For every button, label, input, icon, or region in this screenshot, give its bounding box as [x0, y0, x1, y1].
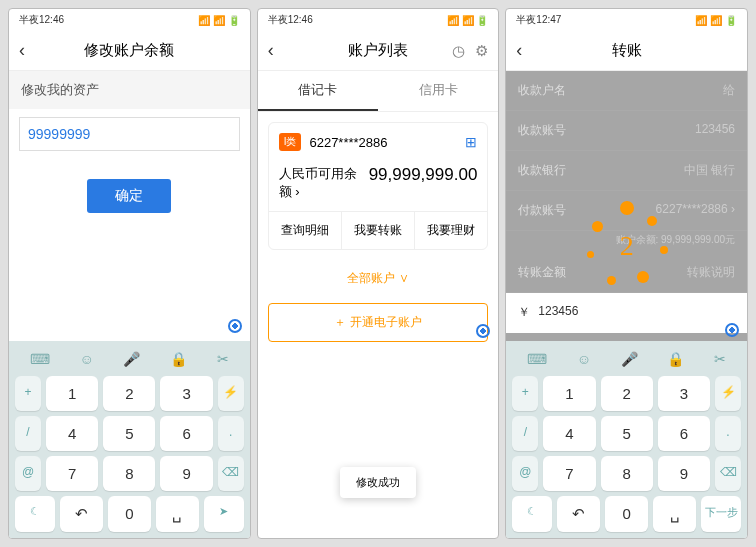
- status-time: 半夜12:46: [19, 13, 64, 27]
- back-icon[interactable]: ‹: [516, 40, 522, 61]
- payer-value[interactable]: 6227****2886 ›: [656, 202, 735, 219]
- key-7[interactable]: 7: [46, 456, 98, 491]
- payer-balance-note: 账户余额: 99,999,999.00元: [506, 231, 747, 253]
- page-title: 修改账户余额: [84, 41, 174, 60]
- key-next[interactable]: 下一步: [701, 496, 741, 532]
- key-3[interactable]: 3: [658, 376, 710, 411]
- key-3[interactable]: 3: [160, 376, 212, 411]
- page-title: 账户列表: [348, 41, 408, 60]
- float-assist-icon[interactable]: [725, 323, 739, 337]
- backspace-icon[interactable]: ⌫: [218, 456, 244, 491]
- key-4[interactable]: 4: [543, 416, 595, 451]
- tabs: 借记卡 信用卡: [258, 71, 499, 112]
- screen-modify-balance: 半夜12:46 📶 📶 🔋 ‹ 修改账户余额 修改我的资产 确定 ⌨ ☺ 🎤 🔒…: [8, 8, 251, 539]
- content: 借记卡 信用卡 I类 6227****2886 ⊞ 人民币可用余额 › 99,9…: [258, 71, 499, 538]
- card-type-badge: I类: [279, 133, 302, 151]
- key-symbol[interactable]: +: [512, 376, 538, 411]
- qr-icon[interactable]: ⊞: [465, 134, 477, 150]
- key-8[interactable]: 8: [601, 456, 653, 491]
- key-1[interactable]: 1: [46, 376, 98, 411]
- key-symbol[interactable]: +: [15, 376, 41, 411]
- currency-symbol: ￥: [518, 304, 530, 321]
- key-symbol[interactable]: @: [15, 456, 41, 491]
- key-return-icon[interactable]: ↶: [60, 496, 103, 532]
- clock-icon[interactable]: ◷: [452, 42, 465, 60]
- keyboard: ⌨ ☺ 🎤 🔒 ✂ +123⚡ /456. @789⌫ ☾↶0␣下一步: [506, 341, 747, 538]
- kbd-tool-icon[interactable]: ⌨: [527, 351, 547, 367]
- tab-debit[interactable]: 借记卡: [258, 71, 378, 111]
- backspace-icon[interactable]: ⌫: [715, 456, 741, 491]
- all-accounts-toggle[interactable]: 全部账户 ∨: [258, 260, 499, 297]
- keyboard: ⌨ ☺ 🎤 🔒 ✂ +123⚡ /456. @789⌫ ☾↶0␣➤: [9, 341, 250, 538]
- open-eaccount-button[interactable]: ＋ 开通电子账户: [268, 303, 489, 342]
- action-transfer[interactable]: 我要转账: [342, 212, 415, 249]
- key-6[interactable]: 6: [658, 416, 710, 451]
- toast-message: 修改成功: [340, 467, 416, 498]
- kbd-tool-icon[interactable]: 🔒: [667, 351, 684, 367]
- key-9[interactable]: 9: [658, 456, 710, 491]
- key-return-icon[interactable]: ↶: [557, 496, 600, 532]
- key-space-icon[interactable]: ␣: [653, 496, 696, 532]
- float-assist-icon[interactable]: [476, 324, 490, 338]
- key-mode[interactable]: ☾: [15, 496, 55, 532]
- key-8[interactable]: 8: [103, 456, 155, 491]
- key-5[interactable]: 5: [103, 416, 155, 451]
- key-symbol[interactable]: /: [15, 416, 41, 451]
- key-2[interactable]: 2: [103, 376, 155, 411]
- key-mode[interactable]: ☾: [512, 496, 552, 532]
- status-icons: 📶 📶 🔋: [695, 15, 737, 26]
- action-invest[interactable]: 我要理财: [415, 212, 487, 249]
- back-icon[interactable]: ‹: [268, 40, 274, 61]
- kbd-tool-icon[interactable]: ⌨: [30, 351, 50, 367]
- payee-name-value[interactable]: 给: [723, 82, 735, 99]
- balance-input[interactable]: [19, 117, 240, 151]
- key-symbol[interactable]: .: [218, 416, 244, 451]
- key-0[interactable]: 0: [108, 496, 151, 532]
- key-space-icon[interactable]: ␣: [156, 496, 199, 532]
- gear-icon[interactable]: ⚙: [475, 42, 488, 60]
- key-7[interactable]: 7: [543, 456, 595, 491]
- payer-label: 付款账号: [518, 202, 566, 219]
- kbd-tool-icon[interactable]: 🎤: [621, 351, 638, 367]
- key-bolt-icon[interactable]: ⚡: [715, 376, 741, 411]
- key-2[interactable]: 2: [601, 376, 653, 411]
- nav-bar: ‹ 修改账户余额: [9, 31, 250, 71]
- transfer-help-link[interactable]: 转账说明: [687, 264, 735, 281]
- action-query[interactable]: 查询明细: [269, 212, 342, 249]
- key-6[interactable]: 6: [160, 416, 212, 451]
- confirm-button[interactable]: 确定: [87, 179, 171, 213]
- payee-name-label: 收款户名: [518, 82, 566, 99]
- amount-input[interactable]: 123456: [538, 304, 735, 321]
- key-1[interactable]: 1: [543, 376, 595, 411]
- key-symbol[interactable]: .: [715, 416, 741, 451]
- amount-label: 转账金额: [518, 264, 566, 281]
- key-4[interactable]: 4: [46, 416, 98, 451]
- kbd-tool-icon[interactable]: ✂: [217, 351, 229, 367]
- payee-bank-value[interactable]: 中国 银行: [684, 162, 735, 179]
- kbd-tool-icon[interactable]: 🔒: [170, 351, 187, 367]
- tab-credit[interactable]: 信用卡: [378, 71, 498, 111]
- status-bar: 半夜12:46 📶 📶 🔋: [258, 9, 499, 31]
- status-icons: 📶 📶 🔋: [447, 15, 489, 26]
- key-0[interactable]: 0: [605, 496, 648, 532]
- balance-label[interactable]: 人民币可用余额 ›: [279, 165, 369, 201]
- key-send-icon[interactable]: ➤: [204, 496, 244, 532]
- status-bar: 半夜12:47 📶 📶 🔋: [506, 9, 747, 31]
- nav-bar: ‹ 转账: [506, 31, 747, 71]
- screen-account-list: 半夜12:46 📶 📶 🔋 ‹ 账户列表 ◷ ⚙ 借记卡 信用卡 I类 6227…: [257, 8, 500, 539]
- key-symbol[interactable]: @: [512, 456, 538, 491]
- kbd-tool-icon[interactable]: ✂: [714, 351, 726, 367]
- payee-acct-label: 收款账号: [518, 122, 566, 139]
- key-symbol[interactable]: /: [512, 416, 538, 451]
- kbd-tool-icon[interactable]: ☺: [80, 351, 94, 367]
- back-icon[interactable]: ‹: [19, 40, 25, 61]
- payee-acct-value[interactable]: 123456: [695, 122, 735, 139]
- status-time: 半夜12:46: [268, 13, 313, 27]
- key-5[interactable]: 5: [601, 416, 653, 451]
- float-assist-icon[interactable]: [228, 319, 242, 333]
- key-bolt-icon[interactable]: ⚡: [218, 376, 244, 411]
- kbd-toolbar: ⌨ ☺ 🎤 🔒 ✂: [15, 347, 244, 371]
- key-9[interactable]: 9: [160, 456, 212, 491]
- kbd-tool-icon[interactable]: ☺: [577, 351, 591, 367]
- kbd-tool-icon[interactable]: 🎤: [123, 351, 140, 367]
